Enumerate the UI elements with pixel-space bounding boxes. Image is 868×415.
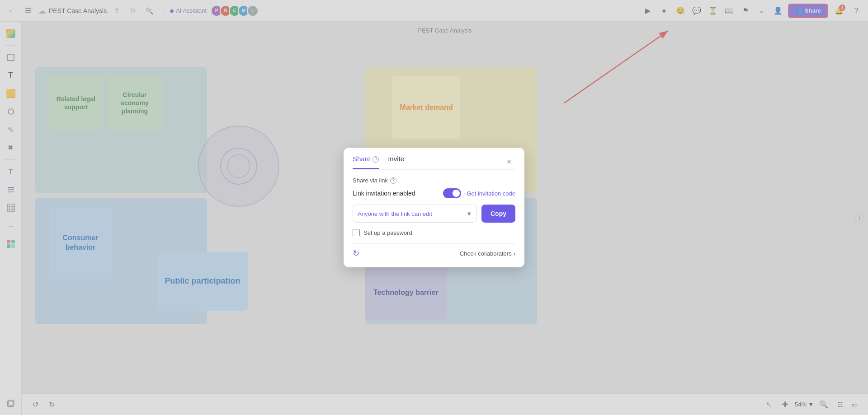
loading-spinner-icon: ↻ (353, 248, 359, 258)
tab-share[interactable]: Share ? (353, 155, 379, 169)
chevron-right-icon: › (514, 250, 515, 257)
toggle-row: Link invitation enabled Get invitation c… (353, 188, 515, 198)
modal-close-button[interactable]: × (503, 156, 515, 168)
dropdown-chevron-icon: ▼ (466, 210, 472, 217)
get-invitation-code-link[interactable]: Get invitation code (467, 190, 515, 197)
tab-share-label: Share (353, 155, 371, 163)
password-row: Set up a password (353, 229, 515, 236)
permission-dropdown[interactable]: Anyone with the link can edit ▼ (353, 205, 477, 223)
modal-overlay: Share ? Invite × Share via link ? Link i… (0, 0, 868, 415)
password-label[interactable]: Set up a password (363, 229, 412, 236)
tab-invite[interactable]: Invite (388, 155, 404, 169)
link-invitation-toggle[interactable] (443, 188, 461, 198)
share-help-icon: ? (373, 156, 379, 163)
check-collaborators-link[interactable]: Check collaborators › (460, 250, 515, 257)
modal-footer: ↻ Check collaborators › (353, 243, 515, 258)
modal-body: Share via link ? Link invitation enabled… (344, 170, 524, 267)
modal-tabs: Share ? Invite (353, 155, 413, 169)
password-checkbox[interactable] (353, 229, 360, 236)
copy-button[interactable]: Copy (481, 205, 515, 223)
modal-header: Share ? Invite × (344, 148, 524, 169)
share-via-label: Share via link ? (353, 177, 515, 184)
share-modal: Share ? Invite × Share via link ? Link i… (344, 148, 524, 268)
share-via-help-icon: ? (390, 177, 396, 184)
toggle-label: Link invitation enabled (353, 190, 415, 197)
permission-text: Anyone with the link can edit (358, 210, 432, 217)
tab-invite-label: Invite (388, 155, 404, 163)
link-row: Anyone with the link can edit ▼ Copy (353, 205, 515, 223)
